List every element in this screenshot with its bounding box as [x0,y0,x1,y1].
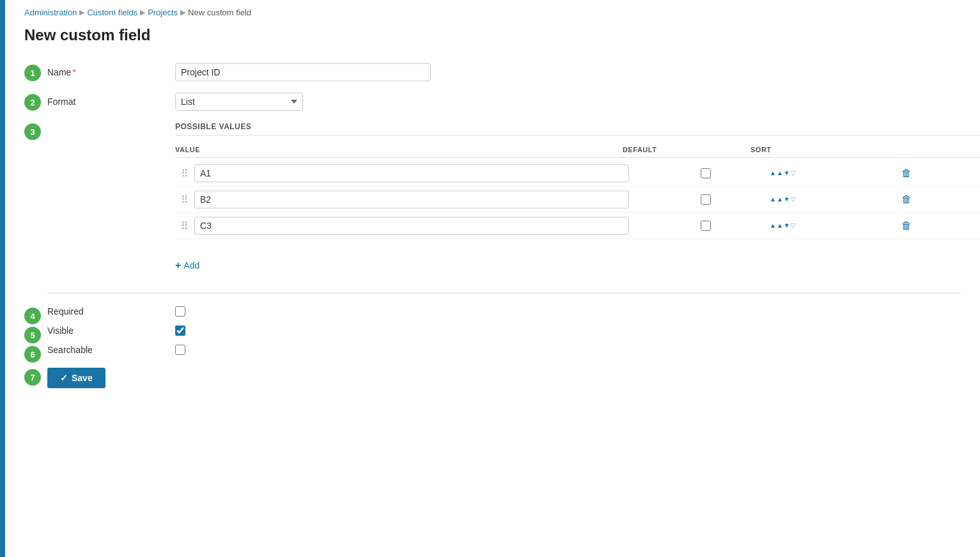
required-star: * [72,67,75,77]
drag-handle-1[interactable]: ⠿ [175,168,194,180]
breadcrumb-projects[interactable]: Projects [148,8,178,17]
values-table-header: VALUE DEFAULT SORT [175,142,980,158]
save-button[interactable]: ✓ Save [47,368,105,388]
default-checkbox-1[interactable] [701,168,711,178]
required-row: 4 Required [47,306,961,317]
step-badge-7: 7 [24,369,41,386]
visible-checkbox[interactable] [175,326,185,336]
sort-top-2[interactable]: ▲ [770,196,776,203]
name-input[interactable] [175,63,431,81]
default-cell-2 [642,194,770,205]
sort-bottom-1[interactable]: ▽ [791,170,796,177]
searchable-row: 6 Searchable [47,345,961,355]
sort-cell-2: ▲ ▲ ▼ ▽ [770,196,898,203]
name-row: 1 Name* [47,63,961,81]
sort-bottom-3[interactable]: ▽ [791,223,796,229]
format-label: Format [47,93,175,107]
default-cell-1 [642,168,770,178]
sort-down-1[interactable]: ▼ [784,170,790,177]
breadcrumb-custom-fields[interactable]: Custom fields [87,8,137,17]
sort-up-1[interactable]: ▲ [777,170,783,177]
step-badge-1: 1 [24,65,41,81]
sort-down-3[interactable]: ▼ [784,223,790,229]
step-badge-3: 3 [24,123,41,140]
sort-cell-1: ▲ ▲ ▼ ▽ [770,170,898,177]
breadcrumb-sep-2: ▶ [140,8,145,17]
sort-down-2[interactable]: ▼ [784,196,790,203]
drag-handle-3[interactable]: ⠿ [175,220,194,232]
breadcrumb-sep-3: ▶ [180,8,185,17]
name-field-wrap [175,63,961,81]
sort-up-2[interactable]: ▲ [777,196,783,203]
page-title: New custom field [24,26,961,44]
visible-row: 5 Visible [47,326,961,336]
default-checkbox-2[interactable] [701,194,711,205]
step-badge-2: 2 [24,94,41,111]
format-select[interactable]: List Text Integer Float Boolean Date Use… [175,93,303,111]
col-header-sort: SORT [751,146,878,153]
value-input-1[interactable] [194,164,629,182]
sort-top-1[interactable]: ▲ [770,170,776,177]
sort-top-3[interactable]: ▲ [770,223,776,229]
sort-cell-3: ▲ ▲ ▼ ▽ [770,223,898,229]
save-check-icon: ✓ [60,373,68,383]
table-row: ⠿ ▲ ▲ ▼ ▽ [175,213,980,239]
save-row: 7 ✓ Save [47,368,961,388]
searchable-checkbox[interactable] [175,345,185,355]
left-sidebar-bar [0,0,5,557]
delete-btn-3[interactable]: 🗑 [898,219,915,233]
sort-bottom-2[interactable]: ▽ [791,196,796,203]
name-label: Name* [47,63,175,77]
step-badge-4: 4 [24,308,41,324]
possible-values-row: 3 POSSIBLE VALUES VALUE DEFAULT SORT ⠿ [47,122,961,246]
add-icon: + [175,260,181,271]
default-checkbox-3[interactable] [701,221,711,231]
step-badge-5: 5 [24,327,41,343]
default-cell-3 [642,221,770,231]
value-input-3[interactable] [194,217,629,235]
format-row: 2 Format List Text Integer Float Boolean… [47,93,961,111]
value-input-2[interactable] [194,191,629,208]
delete-btn-1[interactable]: 🗑 [898,166,915,180]
step-badge-6: 6 [24,346,41,363]
table-row: ⠿ ▲ ▲ ▼ ▽ [175,187,980,213]
breadcrumb-administration[interactable]: Administration [24,8,77,17]
drag-handle-2[interactable]: ⠿ [175,194,194,206]
possible-values-title: POSSIBLE VALUES [175,122,980,136]
col-header-default: DEFAULT [623,146,751,153]
required-checkbox[interactable] [175,306,185,317]
visible-label: Visible [47,326,175,336]
save-label: Save [72,373,93,383]
table-row: ⠿ ▲ ▲ ▼ ▽ [175,161,980,187]
sort-up-3[interactable]: ▲ [777,223,783,229]
format-field-wrap: List Text Integer Float Boolean Date Use… [175,93,961,111]
section-divider [47,293,961,294]
add-button[interactable]: + Add [175,257,199,274]
add-label: Add [183,260,199,271]
required-label: Required [47,306,175,317]
add-row: + Add [175,257,961,274]
breadcrumb-current: New custom field [188,8,251,17]
breadcrumb-sep-1: ▶ [79,8,84,17]
col-header-value: VALUE [175,146,623,153]
searchable-label: Searchable [47,345,175,355]
delete-btn-2[interactable]: 🗑 [898,192,915,207]
breadcrumb: Administration ▶ Custom fields ▶ Project… [24,8,961,17]
